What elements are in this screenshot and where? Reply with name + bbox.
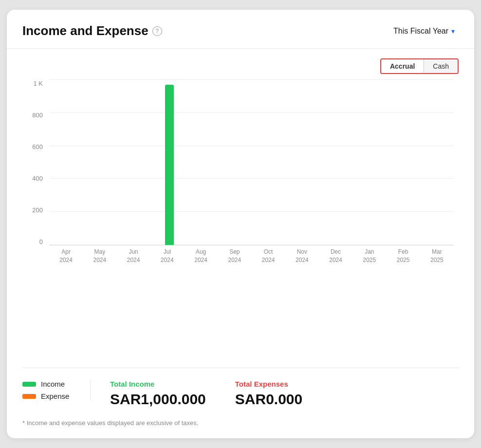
x-label-jul: Jul2024 bbox=[150, 245, 184, 265]
legend-expense: Expense bbox=[22, 392, 74, 400]
bar-group-sep bbox=[219, 80, 252, 245]
x-axis: Apr2024 May2024 Jun2024 Jul2024 Aug2024 … bbox=[49, 245, 454, 265]
y-label-400: 400 bbox=[22, 175, 47, 182]
expense-swatch bbox=[22, 394, 36, 399]
expense-legend-label: Expense bbox=[41, 392, 69, 400]
total-income-block: Total Income SAR1,000.000 bbox=[110, 380, 206, 408]
x-label-apr: Apr2024 bbox=[49, 245, 83, 265]
fiscal-year-label: This Fiscal Year bbox=[393, 27, 448, 36]
title-area: Income and Expense ? bbox=[22, 23, 162, 38]
x-label-may: May2024 bbox=[83, 245, 116, 265]
footnote: * Income and expense values displayed ar… bbox=[22, 419, 459, 427]
bar-jul-income bbox=[165, 85, 174, 245]
chart-inner bbox=[49, 80, 454, 245]
income-expense-card: Income and Expense ? This Fiscal Year ▾ … bbox=[7, 10, 474, 438]
income-legend-label: Income bbox=[41, 380, 65, 388]
toggle-area: Accrual Cash bbox=[22, 58, 459, 74]
fiscal-year-button[interactable]: This Fiscal Year ▾ bbox=[389, 25, 459, 37]
accrual-cash-toggle: Accrual Cash bbox=[380, 58, 459, 74]
legend-income: Income bbox=[22, 380, 74, 388]
bars-row bbox=[49, 80, 454, 245]
bar-group-dec bbox=[317, 80, 351, 245]
bar-group-jul bbox=[153, 80, 186, 245]
cash-button[interactable]: Cash bbox=[424, 59, 458, 73]
legend-stats-area: Income Expense Total Income SAR1,000.000… bbox=[22, 368, 459, 408]
bar-group-nov bbox=[284, 80, 317, 245]
y-label-800: 800 bbox=[22, 112, 47, 119]
income-swatch bbox=[22, 382, 36, 387]
bar-group-aug bbox=[185, 80, 219, 245]
total-expense-block: Total Expenses SAR0.000 bbox=[235, 380, 302, 408]
help-icon[interactable]: ? bbox=[152, 26, 162, 36]
accrual-button[interactable]: Accrual bbox=[381, 59, 424, 73]
x-label-dec: Dec2024 bbox=[319, 245, 352, 265]
x-label-feb: Feb2025 bbox=[387, 245, 420, 265]
header-divider bbox=[7, 48, 474, 49]
bar-group-oct bbox=[251, 80, 284, 245]
bar-group-mar bbox=[416, 80, 449, 245]
total-expense-value: SAR0.000 bbox=[235, 391, 302, 408]
x-label-jan: Jan2025 bbox=[352, 245, 386, 265]
total-expense-label: Total Expenses bbox=[235, 380, 302, 388]
total-income-value: SAR1,000.000 bbox=[110, 391, 206, 408]
x-label-jun: Jun2024 bbox=[117, 245, 150, 265]
y-label-600: 600 bbox=[22, 143, 47, 150]
x-label-aug: Aug2024 bbox=[184, 245, 218, 265]
bar-group-jan bbox=[350, 80, 383, 245]
x-label-nov: Nov2024 bbox=[285, 245, 319, 265]
bar-group-feb bbox=[383, 80, 416, 245]
bar-group-may bbox=[87, 80, 120, 245]
y-label-0: 0 bbox=[22, 238, 47, 245]
bar-group-apr bbox=[54, 80, 87, 245]
bar-group-jun bbox=[120, 80, 153, 245]
card-title: Income and Expense bbox=[22, 23, 148, 38]
y-label-200: 200 bbox=[22, 206, 47, 214]
chevron-down-icon: ▾ bbox=[451, 27, 455, 35]
total-income-label: Total Income bbox=[110, 380, 206, 388]
x-label-sep: Sep2024 bbox=[218, 245, 251, 265]
chart-area: 0 200 400 600 800 1 K bbox=[22, 80, 459, 354]
x-label-oct: Oct2024 bbox=[252, 245, 285, 265]
x-label-mar: Mar2025 bbox=[420, 245, 454, 265]
card-header: Income and Expense ? This Fiscal Year ▾ bbox=[22, 23, 459, 38]
y-label-1k: 1 K bbox=[22, 80, 47, 87]
chart-container: 0 200 400 600 800 1 K bbox=[22, 80, 459, 265]
stats-section: Total Income SAR1,000.000 Total Expenses… bbox=[91, 380, 302, 408]
y-axis: 0 200 400 600 800 1 K bbox=[22, 80, 47, 245]
legend: Income Expense bbox=[22, 380, 91, 400]
